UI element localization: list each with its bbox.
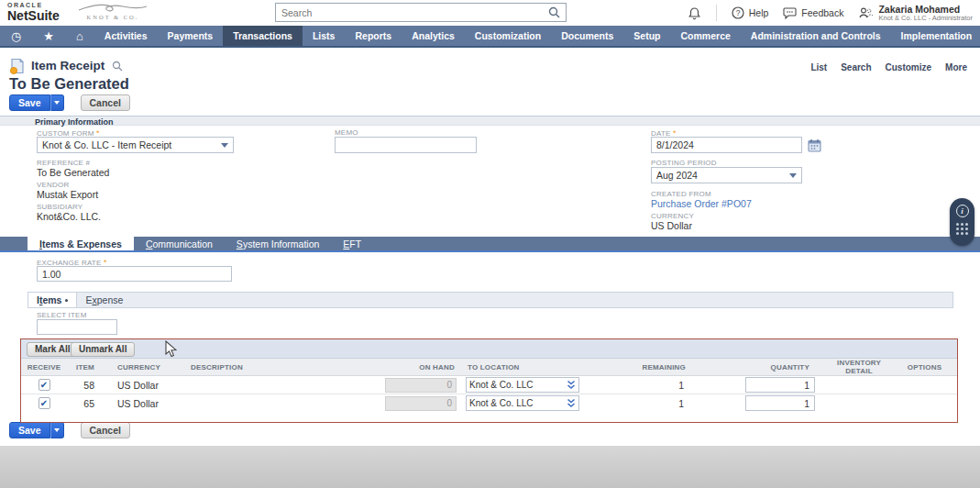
- nav-item-commerce[interactable]: Commerce: [671, 26, 741, 46]
- currency-value: US Dollar: [651, 220, 692, 231]
- recent-records-clock-icon[interactable]: ◷: [0, 26, 32, 46]
- subtab-items[interactable]: Items: [28, 293, 77, 307]
- nav-item-payments[interactable]: Payments: [158, 26, 224, 46]
- record-tabs: Items & Expenses Communication System In…: [0, 237, 980, 252]
- feedback-menu[interactable]: Feedback: [783, 6, 843, 19]
- netsuite-logo[interactable]: ORACLE NetSuite: [7, 2, 60, 22]
- nav-item-documents[interactable]: Documents: [551, 26, 623, 46]
- primary-information-section-bar: Primary Information: [0, 116, 980, 126]
- subtab-items-label: Items: [37, 293, 61, 307]
- save-dropdown-button[interactable]: [50, 94, 64, 111]
- nav-item-lists[interactable]: Lists: [303, 26, 346, 46]
- notification-bell-icon[interactable]: [688, 6, 701, 20]
- tab-eft[interactable]: EFT: [331, 237, 373, 250]
- nav-item-activities[interactable]: Activities: [94, 26, 158, 46]
- to-location-select[interactable]: Knot & Co. LLC: [466, 377, 579, 393]
- svg-text:?: ?: [735, 8, 740, 17]
- feedback-label: Feedback: [801, 7, 843, 18]
- custom-form-value: Knot & Co. LLC - Item Receipt: [42, 139, 221, 150]
- cancel-button[interactable]: Cancel: [81, 94, 130, 111]
- date-input[interactable]: [651, 137, 802, 153]
- col-item: ITEM: [67, 359, 94, 376]
- search-link[interactable]: Search: [841, 62, 871, 72]
- exchange-rate-input[interactable]: [37, 266, 232, 282]
- col-to-location: TO LOCATION: [466, 359, 589, 376]
- nav-item-analytics[interactable]: Analytics: [402, 26, 465, 46]
- grid-dots-icon[interactable]: [956, 223, 968, 235]
- tab-system-information[interactable]: System Information: [225, 237, 331, 250]
- sublist-tabs: Items Expense: [28, 292, 953, 308]
- receive-checkbox[interactable]: ✔: [39, 379, 50, 391]
- vendor-label: VENDOR: [37, 181, 69, 189]
- posting-period-select[interactable]: Aug 2024: [651, 167, 802, 183]
- quantity-input[interactable]: [745, 377, 815, 393]
- top-header: ORACLE NetSuite KNOT & CO.: [0, 0, 980, 26]
- netsuite-wordmark: NetSuite: [7, 9, 60, 22]
- remaining-cell: 1: [589, 394, 699, 413]
- table-row: ✔ 65 US Dollar 0 Knot & Co. LLC 1: [21, 394, 957, 413]
- to-location-value: Knot & Co. LLC: [469, 380, 567, 390]
- sublist-button-strip: Mark All Unmark All: [21, 339, 957, 359]
- home-icon[interactable]: ⌂: [65, 26, 94, 46]
- posting-period-label: POSTING PERIOD: [651, 159, 717, 167]
- select-item-input[interactable]: [37, 319, 117, 335]
- subtab-expense-label: Expense: [85, 293, 123, 307]
- search-input[interactable]: [276, 7, 548, 18]
- nav-item-transactions[interactable]: Transactions: [223, 26, 303, 46]
- memo-input[interactable]: [335, 137, 477, 153]
- col-quantity: QUANTITY: [699, 359, 826, 376]
- netsuite-app: ORACLE NetSuite KNOT & CO.: [0, 0, 980, 488]
- search-icon[interactable]: [548, 6, 560, 18]
- list-link[interactable]: List: [810, 62, 827, 72]
- user-info: Zakaria Mohamed Knot & Co. LLC - Adminis…: [878, 4, 973, 23]
- floating-assistant-widget[interactable]: i: [950, 198, 974, 246]
- global-search[interactable]: [275, 3, 567, 22]
- save-button[interactable]: Save: [9, 94, 50, 111]
- record-type-title: Item Receipt: [31, 59, 105, 72]
- user-menu[interactable]: Zakaria Mohamed Knot & Co. LLC - Adminis…: [858, 4, 973, 23]
- created-from-link[interactable]: Purchase Order #PO07: [651, 198, 752, 209]
- posting-period-value: Aug 2024: [656, 170, 789, 181]
- col-receive: RECEIVE: [21, 359, 67, 376]
- section-title: Primary Information: [35, 117, 114, 127]
- nav-item-customization[interactable]: Customization: [465, 26, 551, 46]
- col-remaining: REMAINING: [589, 359, 699, 376]
- tab-items-expenses[interactable]: Items & Expenses: [28, 237, 134, 250]
- nav-item-implementation[interactable]: Implementation: [891, 26, 980, 46]
- custom-form-select[interactable]: Knot & Co. LLC - Item Receipt: [37, 137, 234, 153]
- subtab-expense[interactable]: Expense: [77, 293, 131, 307]
- nav-item-setup[interactable]: Setup: [623, 26, 670, 46]
- calendar-icon[interactable]: [808, 139, 821, 152]
- cancel-button[interactable]: Cancel: [81, 422, 130, 438]
- receive-checkbox[interactable]: ✔: [39, 397, 50, 409]
- save-button[interactable]: Save: [9, 422, 50, 438]
- user-avatar-icon: [858, 6, 874, 20]
- select-item-label: SELECT ITEM: [37, 311, 87, 319]
- record-search-icon[interactable]: [112, 61, 123, 72]
- table-header-row: RECEIVE ITEM CURRENCY DESCRIPTION ON HAN…: [21, 359, 957, 376]
- items-tab-menu-dot-icon: [65, 299, 68, 302]
- nav-item-administration-and-controls[interactable]: Administration and Controls: [741, 26, 891, 46]
- on-hand-field: 0: [385, 396, 457, 411]
- save-dropdown-button[interactable]: [50, 422, 64, 438]
- inventory-detail-cell: [826, 376, 892, 394]
- customize-link[interactable]: Customize: [886, 62, 932, 72]
- unmark-all-button[interactable]: Unmark All: [71, 342, 135, 357]
- inventory-detail-cell: [826, 394, 892, 413]
- col-description: DESCRIPTION: [186, 359, 379, 376]
- shortcuts-star-icon[interactable]: ★: [32, 26, 65, 46]
- subsidiary-label: SUBSIDIARY: [37, 203, 83, 211]
- help-menu[interactable]: ? Help: [732, 6, 769, 19]
- to-location-select[interactable]: Knot & Co. LLC: [466, 395, 579, 411]
- more-link[interactable]: More: [945, 62, 967, 72]
- nav-item-reports[interactable]: Reports: [345, 26, 402, 46]
- info-icon[interactable]: i: [956, 205, 969, 217]
- user-name: Zakaria Mohamed: [878, 4, 973, 15]
- quantity-input[interactable]: [745, 395, 815, 411]
- header-divider: [716, 5, 717, 21]
- item-cell: 58: [67, 376, 94, 394]
- user-role: Knot & Co. LLC - Administrator: [878, 15, 973, 23]
- item-receipt-record-icon: [9, 58, 26, 74]
- tab-communication[interactable]: Communication: [134, 237, 225, 250]
- currency-cell: US Dollar: [94, 376, 186, 394]
